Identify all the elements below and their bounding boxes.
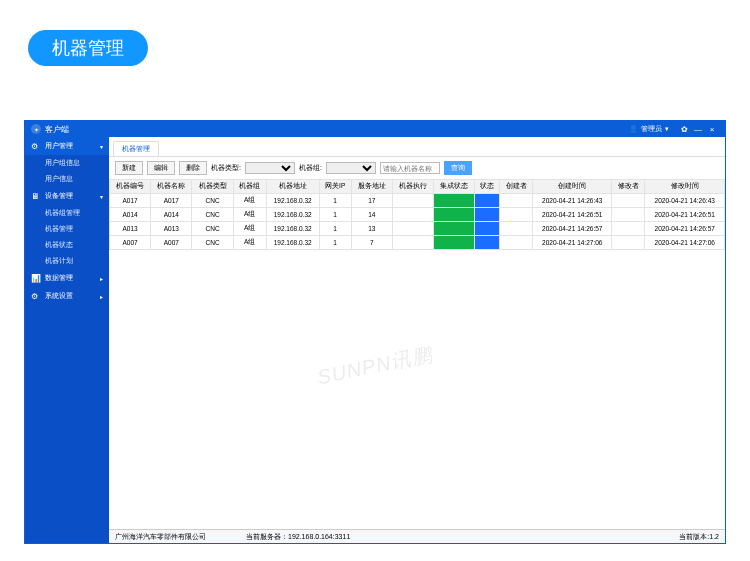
- table-cell: [500, 194, 533, 208]
- sidebar-group[interactable]: 🖥设备管理▾: [25, 187, 109, 205]
- table-cell: 1: [319, 208, 351, 222]
- machine-type-select[interactable]: [245, 162, 295, 174]
- table-cell: [392, 222, 433, 236]
- table-row[interactable]: A007A007CNCA组192.168.0.32172020-04-21 14…: [110, 236, 725, 250]
- chevron-icon: ▸: [100, 293, 103, 300]
- collect-status-cell: [434, 222, 475, 236]
- tab-machine-management[interactable]: 机器管理: [113, 141, 159, 156]
- table-cell: A007: [110, 236, 151, 250]
- table-cell: 13: [351, 222, 392, 236]
- sidebar-group-icon: 🖥: [31, 192, 41, 201]
- table-header-cell[interactable]: 修改时间: [645, 180, 725, 194]
- table-header-cell[interactable]: 集成状态: [434, 180, 475, 194]
- status-cell: [475, 222, 500, 236]
- delete-button[interactable]: 删除: [179, 161, 207, 175]
- table-header-cell[interactable]: 修改者: [612, 180, 645, 194]
- user-menu[interactable]: 👤 管理员 ▾: [629, 124, 669, 134]
- sidebar-item[interactable]: 机器管理: [25, 221, 109, 237]
- search-button[interactable]: 查询: [444, 161, 472, 175]
- sidebar-group-label: 用户管理: [45, 141, 73, 151]
- table-cell: [392, 194, 433, 208]
- table-cell: 7: [351, 236, 392, 250]
- sidebar-group-label: 系统设置: [45, 291, 73, 301]
- table-cell: A014: [110, 208, 151, 222]
- table-header-cell[interactable]: 创建时间: [533, 180, 612, 194]
- table-header-cell[interactable]: 机器地址: [266, 180, 319, 194]
- table-header-cell[interactable]: 机器执行: [392, 180, 433, 194]
- table-cell: A007: [151, 236, 192, 250]
- titlebar: ✦ 客户端 👤 管理员 ▾ ✿ — ×: [25, 121, 725, 137]
- table-cell: 1: [319, 222, 351, 236]
- table-cell: 2020-04-21 14:26:57: [533, 222, 612, 236]
- table-cell: [612, 194, 645, 208]
- table-header-cell[interactable]: 服务地址: [351, 180, 392, 194]
- table-cell: 192.168.0.32: [266, 194, 319, 208]
- table-cell: A013: [151, 222, 192, 236]
- table-cell: A014: [151, 208, 192, 222]
- table-cell: 2020-04-21 14:27:06: [533, 236, 612, 250]
- table-cell: [500, 236, 533, 250]
- minimize-button[interactable]: —: [691, 125, 705, 134]
- table-header-cell[interactable]: 机器组: [233, 180, 266, 194]
- table-row[interactable]: A017A017CNCA组192.168.0.321172020-04-21 1…: [110, 194, 725, 208]
- machine-group-label: 机器组:: [299, 163, 322, 173]
- chevron-icon: ▸: [100, 275, 103, 282]
- sidebar-group[interactable]: 📊数据管理▸: [25, 269, 109, 287]
- table-header-cell[interactable]: 机器类型: [192, 180, 233, 194]
- sidebar-item[interactable]: 机器状态: [25, 237, 109, 253]
- table-header-cell[interactable]: 机器编号: [110, 180, 151, 194]
- table-cell: [612, 208, 645, 222]
- table-body: A017A017CNCA组192.168.0.321172020-04-21 1…: [110, 194, 725, 250]
- sidebar-group[interactable]: ⚙系统设置▸: [25, 287, 109, 305]
- machine-group-select[interactable]: [326, 162, 376, 174]
- table-header-cell[interactable]: 机器名称: [151, 180, 192, 194]
- close-button[interactable]: ×: [705, 125, 719, 134]
- table-cell: [392, 236, 433, 250]
- table-cell: CNC: [192, 236, 233, 250]
- sidebar-item[interactable]: 机器计划: [25, 253, 109, 269]
- table-cell: 2020-04-21 14:26:57: [645, 222, 725, 236]
- table-row[interactable]: A014A014CNCA组192.168.0.321142020-04-21 1…: [110, 208, 725, 222]
- table-cell: A017: [151, 194, 192, 208]
- table-row[interactable]: A013A013CNCA组192.168.0.321132020-04-21 1…: [110, 222, 725, 236]
- table-cell: A017: [110, 194, 151, 208]
- table-header-cell[interactable]: 创建者: [500, 180, 533, 194]
- table-cell: 1: [319, 236, 351, 250]
- user-label: 管理员: [641, 124, 662, 134]
- table-cell: 14: [351, 208, 392, 222]
- table-header-cell[interactable]: 网关IP: [319, 180, 351, 194]
- chevron-icon: ▾: [100, 143, 103, 150]
- table-cell: A组: [233, 194, 266, 208]
- sidebar-item[interactable]: 机器组管理: [25, 205, 109, 221]
- sidebar-group-icon: 📊: [31, 274, 41, 283]
- statusbar: 广州海洋汽车零部件有限公司 当前服务器：192.168.0.164:3311 当…: [109, 529, 725, 543]
- sidebar-group-label: 设备管理: [45, 191, 73, 201]
- main-panel: 机器管理 新建 编辑 删除 机器类型: 机器组: 查询 机器编号机器名称机器类型…: [109, 137, 725, 543]
- sidebar-item[interactable]: 用户信息: [25, 171, 109, 187]
- table-cell: A组: [233, 236, 266, 250]
- settings-button[interactable]: ✿: [677, 125, 691, 134]
- table-header-cell[interactable]: 状态: [475, 180, 500, 194]
- table-cell: 2020-04-21 14:26:43: [645, 194, 725, 208]
- table-cell: [500, 208, 533, 222]
- collect-status-cell: [434, 194, 475, 208]
- sidebar-item[interactable]: 用户组信息: [25, 155, 109, 171]
- app-logo-icon: ✦: [31, 124, 41, 134]
- status-cell: [475, 194, 500, 208]
- search-input[interactable]: [380, 162, 440, 174]
- table-cell: 2020-04-21 14:26:43: [533, 194, 612, 208]
- user-icon: 👤: [629, 125, 638, 133]
- edit-button[interactable]: 编辑: [147, 161, 175, 175]
- chevron-icon: ▾: [100, 193, 103, 200]
- machine-type-label: 机器类型:: [211, 163, 241, 173]
- table-cell: 192.168.0.32: [266, 236, 319, 250]
- toolbar: 新建 编辑 删除 机器类型: 机器组: 查询: [109, 157, 725, 179]
- sidebar-group[interactable]: ⚙用户管理▾: [25, 137, 109, 155]
- table-cell: A013: [110, 222, 151, 236]
- table-cell: CNC: [192, 208, 233, 222]
- table-cell: CNC: [192, 222, 233, 236]
- window-title: 客户端: [45, 124, 69, 135]
- company-label: 广州海洋汽车零部件有限公司: [115, 532, 206, 542]
- new-button[interactable]: 新建: [115, 161, 143, 175]
- table-cell: 192.168.0.32: [266, 222, 319, 236]
